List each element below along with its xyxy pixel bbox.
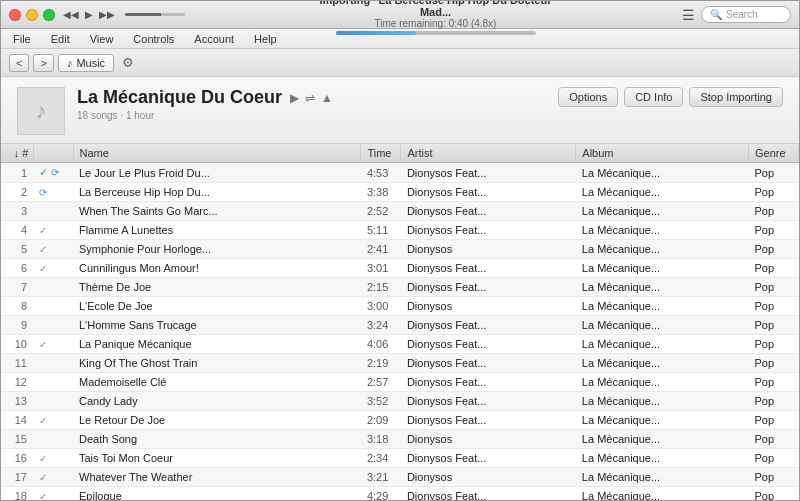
track-artist: Dionysos Feat... [401, 354, 576, 373]
album-title-row: La Mécanique Du Coeur ▶ ⇌ ▲ [77, 87, 546, 108]
table-row[interactable]: 5✓Symphonie Pour Horloge...2:41DionysosL… [1, 240, 799, 259]
track-album: La Mécanique... [576, 297, 749, 316]
menu-edit[interactable]: Edit [47, 32, 74, 46]
track-status [33, 373, 73, 392]
track-name: L'Homme Sans Trucage [73, 316, 361, 335]
track-table-container[interactable]: ↓ # Name Time Artist Album Genre 1✓ ⟳Le … [1, 144, 799, 501]
forward-button[interactable]: > [33, 54, 53, 72]
play-button[interactable]: ▶ [85, 9, 93, 20]
back-button[interactable]: < [9, 54, 29, 72]
table-row[interactable]: 3When The Saints Go Marc...2:52Dionysos … [1, 202, 799, 221]
track-number: 16 [1, 449, 33, 468]
table-row[interactable]: 12Mademoiselle Clé2:57Dionysos Feat...La… [1, 373, 799, 392]
table-row[interactable]: 14✓Le Retour De Joe2:09Dionysos Feat...L… [1, 411, 799, 430]
title-right: ☰ 🔍 Search [682, 6, 791, 23]
menu-file[interactable]: File [9, 32, 35, 46]
track-name: Tais Toi Mon Coeur [73, 449, 361, 468]
col-header-status [33, 144, 73, 163]
table-row[interactable]: 4✓Flamme A Lunettes5:11Dionysos Feat...L… [1, 221, 799, 240]
track-artist: Dionysos Feat... [401, 163, 576, 183]
table-row[interactable]: 11King Of The Ghost Train2:19Dionysos Fe… [1, 354, 799, 373]
search-box[interactable]: 🔍 Search [701, 6, 791, 23]
col-header-artist[interactable]: Artist [401, 144, 576, 163]
table-row[interactable]: 13Candy Lady3:52Dionysos Feat...La Mécan… [1, 392, 799, 411]
rewind-button[interactable]: ◀◀ [63, 9, 79, 20]
table-row[interactable]: 17✓Whatever The Weather3:21DionysosLa Mé… [1, 468, 799, 487]
track-table: ↓ # Name Time Artist Album Genre 1✓ ⟳Le … [1, 144, 799, 501]
track-genre: Pop [749, 202, 799, 221]
album-action-buttons: Options CD Info Stop Importing [558, 87, 783, 107]
track-genre: Pop [749, 487, 799, 502]
table-row[interactable]: 7Thème De Joe2:15Dionysos Feat...La Méca… [1, 278, 799, 297]
col-header-name[interactable]: Name [73, 144, 361, 163]
transport-controls: ◀◀ ▶ ▶▶ [63, 9, 189, 20]
import-title: Importing "La Berceuse Hip Hop Du Docteu… [316, 0, 556, 18]
upload-icon[interactable]: ▲ [321, 91, 333, 105]
track-album: La Mécanique... [576, 316, 749, 335]
minimize-button[interactable] [26, 9, 38, 21]
track-album: La Mécanique... [576, 411, 749, 430]
track-name: King Of The Ghost Train [73, 354, 361, 373]
list-icon[interactable]: ☰ [682, 7, 695, 23]
track-genre: Pop [749, 411, 799, 430]
col-header-genre[interactable]: Genre [749, 144, 799, 163]
options-button[interactable]: Options [558, 87, 618, 107]
track-status: ✓ [33, 468, 73, 487]
track-time: 3:01 [361, 259, 401, 278]
table-header-row: ↓ # Name Time Artist Album Genre [1, 144, 799, 163]
track-genre: Pop [749, 183, 799, 202]
play-album-icon[interactable]: ▶ [290, 91, 299, 105]
track-album: La Mécanique... [576, 202, 749, 221]
track-genre: Pop [749, 297, 799, 316]
track-name: Le Jour Le Plus Froid Du... [73, 163, 361, 183]
track-album: La Mécanique... [576, 392, 749, 411]
maximize-button[interactable] [43, 9, 55, 21]
table-row[interactable]: 8L'Ecole De Joe3:00DionysosLa Mécanique.… [1, 297, 799, 316]
track-status [33, 430, 73, 449]
track-time: 4:53 [361, 163, 401, 183]
track-number: 14 [1, 411, 33, 430]
table-row[interactable]: 18✓Epilogue4:29Dionysos Feat...La Mécani… [1, 487, 799, 502]
stop-importing-button[interactable]: Stop Importing [689, 87, 783, 107]
menu-controls[interactable]: Controls [129, 32, 178, 46]
track-name: Death Song [73, 430, 361, 449]
track-artist: Dionysos [401, 240, 576, 259]
cd-info-button[interactable]: CD Info [624, 87, 683, 107]
track-time: 5:11 [361, 221, 401, 240]
menu-view[interactable]: View [86, 32, 118, 46]
track-artist: Dionysos Feat... [401, 373, 576, 392]
track-time: 3:24 [361, 316, 401, 335]
table-row[interactable]: 9L'Homme Sans Trucage3:24Dionysos Feat..… [1, 316, 799, 335]
table-row[interactable]: 16✓Tais Toi Mon Coeur2:34Dionysos Feat..… [1, 449, 799, 468]
track-time: 4:29 [361, 487, 401, 502]
col-header-time[interactable]: Time [361, 144, 401, 163]
track-artist: Dionysos [401, 297, 576, 316]
track-genre: Pop [749, 221, 799, 240]
col-header-album[interactable]: Album [576, 144, 749, 163]
table-row[interactable]: 6✓Cunnilingus Mon Amour!3:01Dionysos Fea… [1, 259, 799, 278]
table-row[interactable]: 15Death Song3:18DionysosLa Mécanique...P… [1, 430, 799, 449]
table-row[interactable]: 2⟳La Berceuse Hip Hop Du...3:38Dionysos … [1, 183, 799, 202]
track-time: 2:19 [361, 354, 401, 373]
album-header: ♪ La Mécanique Du Coeur ▶ ⇌ ▲ 18 songs ·… [1, 77, 799, 144]
main-content: ♪ La Mécanique Du Coeur ▶ ⇌ ▲ 18 songs ·… [1, 77, 799, 501]
table-row[interactable]: 10✓La Panique Mécanique4:06Dionysos Feat… [1, 335, 799, 354]
track-number: 12 [1, 373, 33, 392]
track-name: Candy Lady [73, 392, 361, 411]
title-bar: ◀◀ ▶ ▶▶ Importing "La Berceuse Hip Hop D… [1, 1, 799, 29]
table-row[interactable]: 1✓ ⟳Le Jour Le Plus Froid Du...4:53Diony… [1, 163, 799, 183]
volume-slider[interactable] [125, 13, 185, 16]
col-header-num[interactable]: ↓ # [1, 144, 33, 163]
track-number: 9 [1, 316, 33, 335]
shuffle-icon[interactable]: ⇌ [305, 91, 315, 105]
track-artist: Dionysos [401, 430, 576, 449]
track-time: 2:57 [361, 373, 401, 392]
track-album: La Mécanique... [576, 430, 749, 449]
forward-button[interactable]: ▶▶ [99, 9, 115, 20]
track-status [33, 392, 73, 411]
track-artist: Dionysos Feat... [401, 449, 576, 468]
track-status: ✓ ⟳ [33, 163, 73, 183]
close-button[interactable] [9, 9, 21, 21]
gear-icon[interactable]: ⚙ [122, 55, 134, 70]
track-number: 5 [1, 240, 33, 259]
